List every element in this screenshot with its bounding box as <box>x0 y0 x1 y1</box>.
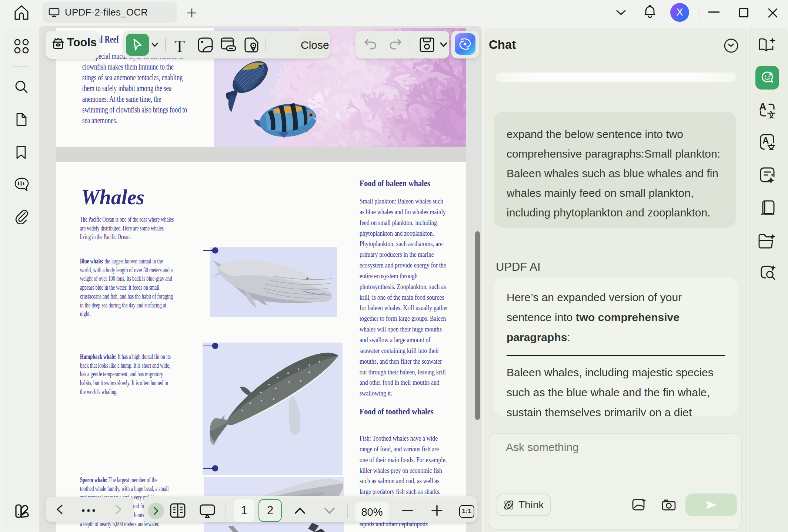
svg-text:文: 文 <box>767 110 775 118</box>
svg-text:A: A <box>762 135 769 145</box>
